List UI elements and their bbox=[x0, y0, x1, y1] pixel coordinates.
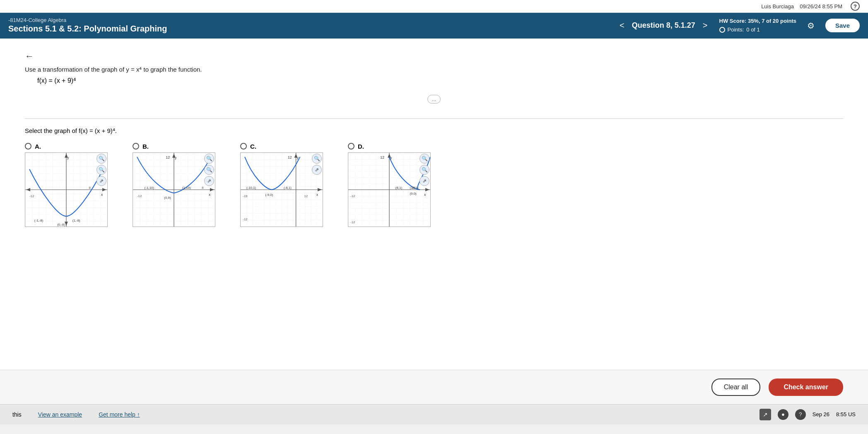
option-c-svg: y x -19 12 (-10,1) (-8,1) (-9,0) 12 -12 bbox=[241, 153, 323, 227]
save-button[interactable]: Save bbox=[825, 19, 860, 32]
svg-text:8: 8 bbox=[89, 186, 91, 190]
hw-score-label: HW Score: 35%, 7 of 20 points bbox=[719, 17, 796, 26]
svg-text:-12: -12 bbox=[29, 194, 34, 198]
option-c-label: C. bbox=[240, 143, 256, 150]
option-a-zoom-in[interactable]: 🔍 bbox=[96, 154, 106, 164]
svg-text:-12: -12 bbox=[350, 220, 355, 224]
hw-score-value: 35%, 7 of 20 points bbox=[748, 18, 796, 24]
points-value: 0 of 1 bbox=[746, 26, 760, 34]
svg-text:(-1,-8): (-1,-8) bbox=[34, 219, 43, 222]
option-b-zoom-out[interactable]: 🔍 bbox=[204, 165, 214, 175]
svg-text:(1,10): (1,10) bbox=[182, 186, 191, 190]
option-d-label: D. bbox=[348, 143, 364, 150]
svg-text:12: 12 bbox=[166, 155, 170, 159]
option-a-zoom-out[interactable]: 🔍 bbox=[96, 165, 106, 175]
prev-question-button[interactable]: < bbox=[616, 19, 628, 32]
footer-time: 8:55 US bbox=[836, 411, 856, 417]
option-b-radio[interactable] bbox=[133, 143, 139, 149]
svg-text:x: x bbox=[424, 192, 426, 196]
option-b-expand[interactable]: ⇗ bbox=[204, 176, 214, 186]
option-a: A. bbox=[25, 143, 108, 227]
hw-score-text: HW Score: bbox=[719, 18, 747, 24]
svg-text:12: 12 bbox=[304, 194, 308, 198]
header: -81M24-College Algebra Sections 5.1 & 5.… bbox=[0, 13, 868, 39]
svg-text:(9,0): (9,0) bbox=[410, 191, 417, 195]
svg-text:12: 12 bbox=[380, 155, 384, 159]
option-a-radio[interactable] bbox=[25, 143, 31, 149]
svg-text:x: x bbox=[209, 192, 211, 196]
svg-text:y: y bbox=[67, 155, 69, 159]
option-c-radio[interactable] bbox=[240, 143, 247, 149]
svg-text:(0,-8): (0,-8) bbox=[57, 223, 65, 227]
svg-text:(-1,10): (-1,10) bbox=[145, 186, 154, 190]
svg-text:(-10,1): (-10,1) bbox=[246, 186, 256, 190]
option-b-graph: y x -12 8 (-1,10) (1,10) (0,9) 12 🔍 🔍 ⇗ bbox=[133, 152, 215, 227]
option-c-zoom-in[interactable]: 🔍 bbox=[312, 154, 322, 164]
option-c-text: C. bbox=[250, 143, 256, 150]
option-b-text: B. bbox=[142, 143, 149, 150]
options-row: A. bbox=[25, 143, 843, 227]
bottom-bar: Clear all Check answer bbox=[0, 370, 868, 404]
username: Luis Burciaga bbox=[761, 3, 794, 10]
score-section: HW Score: 35%, 7 of 20 points Points: 0 … bbox=[719, 17, 796, 34]
select-prompt: Select the graph of f(x) = (x + 9)⁴. bbox=[25, 127, 843, 135]
option-b-zoom-in[interactable]: 🔍 bbox=[204, 154, 214, 164]
option-d-svg: y x -12 12 (8,1) (10,1) (9,0) 12 -12 bbox=[348, 153, 430, 227]
option-a-text: A. bbox=[35, 143, 41, 150]
svg-text:-19: -19 bbox=[243, 194, 248, 198]
header-left: -81M24-College Algebra Sections 5.1 & 5.… bbox=[8, 17, 608, 34]
formula-display: f(x) = (x + 9)⁴ bbox=[37, 77, 843, 84]
get-help-link[interactable]: Get more help ↑ bbox=[99, 411, 140, 418]
course-label: -81M24-College Algebra bbox=[8, 17, 608, 23]
option-d-zoom-out[interactable]: 🔍 bbox=[420, 165, 429, 175]
next-question-button[interactable]: > bbox=[699, 19, 711, 32]
top-bar: Luis Burciaga 09/26/24 8:55 PM ? bbox=[0, 0, 868, 13]
option-d-actions: 🔍 🔍 ⇗ bbox=[420, 154, 429, 186]
question-instruction: Use a transformation of the graph of y =… bbox=[25, 66, 843, 73]
svg-text:y: y bbox=[297, 155, 299, 159]
option-d-graph: y x -12 12 (8,1) (10,1) (9,0) 12 -12 🔍 🔍… bbox=[348, 152, 431, 227]
option-b-svg: y x -12 8 (-1,10) (1,10) (0,9) 12 bbox=[133, 153, 215, 227]
clear-all-button[interactable]: Clear all bbox=[711, 379, 761, 396]
points-circle-icon bbox=[719, 27, 725, 33]
more-button[interactable]: ... bbox=[427, 95, 441, 104]
help-circle-icon[interactable]: ? bbox=[795, 409, 806, 420]
svg-text:8: 8 bbox=[202, 186, 204, 190]
expand-icon[interactable]: ↗ bbox=[760, 409, 771, 420]
option-d: D. y x bbox=[348, 143, 431, 227]
question-nav: < Question 8, 5.1.27 > bbox=[616, 19, 711, 32]
option-b-actions: 🔍 🔍 ⇗ bbox=[204, 154, 214, 186]
help-button[interactable]: ? bbox=[851, 2, 860, 11]
option-c-expand[interactable]: ⇗ bbox=[312, 165, 322, 175]
svg-text:(1,-8): (1,-8) bbox=[72, 219, 80, 222]
footer-date: Sep 26 bbox=[813, 411, 829, 417]
notification-icon[interactable]: ● bbox=[778, 409, 788, 420]
points-label: Points: 0 of 1 bbox=[719, 26, 796, 34]
footer-right: ↗ ● ? Sep 26 8:55 US bbox=[760, 409, 856, 420]
svg-text:-12: -12 bbox=[137, 194, 142, 198]
svg-text:12: 12 bbox=[288, 155, 292, 159]
svg-text:(10,1): (10,1) bbox=[410, 186, 418, 190]
svg-text:y: y bbox=[175, 155, 177, 159]
check-answer-button[interactable]: Check answer bbox=[769, 379, 843, 396]
option-a-expand[interactable]: ⇗ bbox=[96, 176, 106, 186]
divider bbox=[25, 118, 843, 119]
this-label: this bbox=[12, 411, 22, 418]
settings-button[interactable]: ⚙ bbox=[805, 18, 817, 33]
svg-text:(0,9): (0,9) bbox=[164, 195, 171, 199]
svg-text:-12: -12 bbox=[350, 194, 355, 198]
option-c-actions: 🔍 ⇗ bbox=[312, 154, 322, 175]
svg-text:(8,1): (8,1) bbox=[395, 186, 403, 190]
option-b: B. y x bbox=[133, 143, 215, 227]
main-content: ← Use a transformation of the graph of y… bbox=[0, 39, 868, 370]
svg-text:(-9,0): (-9,0) bbox=[265, 193, 273, 196]
option-d-radio[interactable] bbox=[348, 143, 354, 149]
view-example-link[interactable]: View an example bbox=[38, 411, 82, 418]
option-d-text: D. bbox=[358, 143, 364, 150]
user-info: Luis Burciaga 09/26/24 8:55 PM bbox=[761, 3, 842, 10]
option-d-zoom-in[interactable]: 🔍 bbox=[420, 154, 429, 164]
question-label: Question 8, 5.1.27 bbox=[632, 21, 695, 30]
option-d-expand[interactable]: ⇗ bbox=[420, 176, 429, 186]
back-arrow-icon[interactable]: ← bbox=[25, 51, 34, 62]
points-text: Points: bbox=[728, 26, 744, 34]
